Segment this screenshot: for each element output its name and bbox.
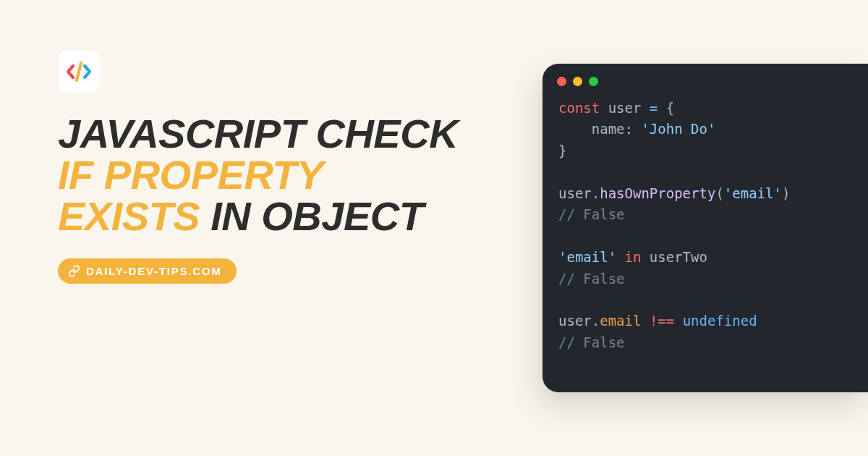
code-line: user.hasOwnProperty('email') (558, 183, 868, 204)
close-icon (557, 77, 566, 86)
link-icon (68, 265, 80, 277)
code-block: const user = { name: 'John Do'} user.has… (542, 93, 868, 353)
code-line: // False (558, 332, 868, 353)
site-link-label: DAILY-DEV-TIPS.COM (86, 265, 222, 277)
minimize-icon (573, 77, 582, 86)
page-title: JAVASCRIPT CHECK IF PROPERTY EXISTS IN O… (58, 113, 463, 237)
code-line: 'email' in userTwo (558, 247, 868, 268)
code-line: // False (558, 204, 868, 225)
code-slash-icon (65, 58, 93, 85)
title-part-1: JAVASCRIPT CHECK (58, 111, 458, 156)
code-line (558, 290, 868, 311)
code-line (558, 226, 868, 247)
code-line: const user = { (558, 98, 868, 119)
code-line (558, 161, 868, 182)
title-part-3: IN OBJECT (200, 193, 423, 239)
code-line: } (558, 140, 868, 161)
code-line: user.email !== undefined (558, 311, 868, 332)
code-window: const user = { name: 'John Do'} user.has… (542, 64, 868, 392)
code-line: name: 'John Do' (558, 119, 868, 140)
maximize-icon (589, 77, 598, 86)
window-traffic-lights (542, 64, 868, 93)
site-link-pill[interactable]: DAILY-DEV-TIPS.COM (58, 258, 237, 284)
site-logo (58, 51, 100, 93)
code-line: // False (558, 269, 868, 290)
